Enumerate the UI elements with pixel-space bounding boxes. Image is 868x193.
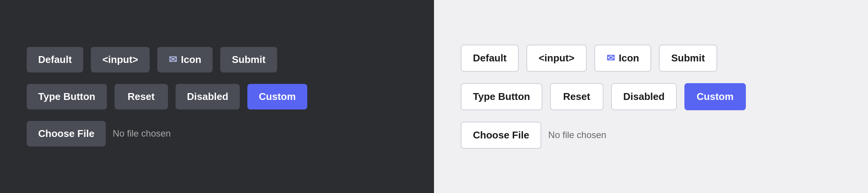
dark-typebutton-button[interactable]: Type Button xyxy=(27,84,107,109)
light-row-2: Type Button Reset Disabled Custom xyxy=(461,83,746,110)
light-disabled-button[interactable]: Disabled xyxy=(611,83,677,110)
light-typebutton-button[interactable]: Type Button xyxy=(461,83,542,110)
dark-icon-label: Icon xyxy=(181,54,201,66)
light-row-1: Default <input> ✉ Icon Submit xyxy=(461,45,717,72)
dark-icon-button[interactable]: ✉ Icon xyxy=(157,47,213,72)
dark-input-button[interactable]: <input> xyxy=(91,47,150,72)
envelope-icon: ✉ xyxy=(169,54,177,66)
light-panel: Default <input> ✉ Icon Submit Type Butto… xyxy=(434,0,868,193)
dark-custom-button[interactable]: Custom xyxy=(247,84,307,109)
light-submit-button[interactable]: Submit xyxy=(659,45,717,72)
dark-choose-file-button[interactable]: Choose File xyxy=(27,121,106,146)
light-choose-file-button[interactable]: Choose File xyxy=(461,122,541,149)
dark-panel: Default <input> ✉ Icon Submit Type Butto… xyxy=(0,0,434,193)
light-input-button[interactable]: <input> xyxy=(526,45,587,72)
dark-submit-button[interactable]: Submit xyxy=(220,47,277,72)
dark-default-button[interactable]: Default xyxy=(27,47,83,72)
light-icon-label: Icon xyxy=(619,52,639,64)
light-icon-button[interactable]: ✉ Icon xyxy=(594,45,651,72)
dark-disabled-button[interactable]: Disabled xyxy=(176,84,240,109)
dark-row-2: Type Button Reset Disabled Custom xyxy=(27,84,307,109)
light-default-button[interactable]: Default xyxy=(461,45,519,72)
dark-reset-button[interactable]: Reset xyxy=(115,84,168,109)
envelope-icon: ✉ xyxy=(607,52,615,64)
dark-row-1: Default <input> ✉ Icon Submit xyxy=(27,47,277,72)
light-custom-button[interactable]: Custom xyxy=(684,83,746,110)
light-reset-button[interactable]: Reset xyxy=(550,83,603,110)
dark-file-status: No file chosen xyxy=(113,128,171,139)
light-file-status: No file chosen xyxy=(548,130,606,140)
dark-file-row: Choose File No file chosen xyxy=(27,121,171,146)
light-file-row: Choose File No file chosen xyxy=(461,122,606,149)
